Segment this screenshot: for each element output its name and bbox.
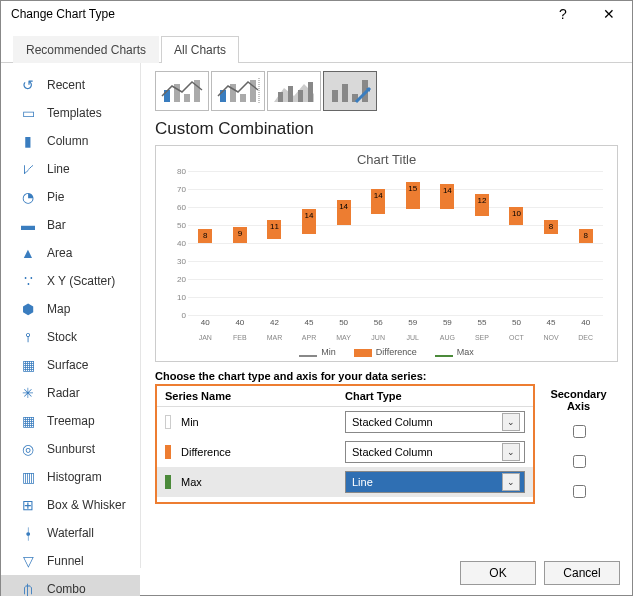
sidebar-item-bar[interactable]: ▬Bar bbox=[1, 211, 140, 239]
chart-title: Chart Title bbox=[164, 152, 609, 167]
chart-preview: Chart Title 01020304050607080840JAN940FE… bbox=[155, 145, 618, 362]
sidebar-item-label: Sunburst bbox=[47, 442, 95, 456]
sidebar-item-funnel[interactable]: ▽Funnel bbox=[1, 547, 140, 575]
sidebar-item-recent[interactable]: ↺Recent bbox=[1, 71, 140, 99]
legend-min: Min bbox=[321, 347, 336, 357]
combo-subtype-custom[interactable] bbox=[323, 71, 377, 111]
chart-type-icon: ⊞ bbox=[19, 496, 37, 514]
sidebar-item-treemap[interactable]: ▦Treemap bbox=[1, 407, 140, 435]
sidebar-item-label: Surface bbox=[47, 358, 88, 372]
sidebar-item-label: Funnel bbox=[47, 554, 84, 568]
svg-rect-15 bbox=[342, 84, 348, 102]
series-config-box: Series Name Chart Type MinStacked Column… bbox=[155, 384, 535, 504]
sidebar-item-waterfall[interactable]: ⍿Waterfall bbox=[1, 519, 140, 547]
sidebar-item-label: Stock bbox=[47, 330, 77, 344]
tab-recommended[interactable]: Recommended Charts bbox=[13, 36, 159, 63]
sidebar-item-sunburst[interactable]: ◎Sunburst bbox=[1, 435, 140, 463]
chart-type-icon: ▥ bbox=[19, 468, 37, 486]
sidebar-item-label: Bar bbox=[47, 218, 66, 232]
svg-rect-6 bbox=[240, 94, 246, 102]
sidebar-item-label: Box & Whisker bbox=[47, 498, 126, 512]
change-chart-type-dialog: Change Chart Type ? ✕ Recommended Charts… bbox=[0, 0, 633, 596]
sidebar-item-label: Area bbox=[47, 246, 72, 260]
chart-type-dropdown[interactable]: Stacked Column⌄ bbox=[345, 411, 525, 433]
chart-type-sidebar: ↺Recent▭Templates▮Column⩗Line◔Pie▬Bar▲Ar… bbox=[1, 63, 141, 568]
sidebar-item-label: Combo bbox=[47, 582, 86, 596]
sidebar-item-label: Histogram bbox=[47, 470, 102, 484]
secondary-axis-checkbox[interactable] bbox=[573, 455, 586, 468]
sidebar-item-label: Treemap bbox=[47, 414, 95, 428]
chart-type-icon: ⩗ bbox=[19, 160, 37, 178]
sidebar-item-label: X Y (Scatter) bbox=[47, 274, 115, 288]
sidebar-item-histogram[interactable]: ▥Histogram bbox=[1, 463, 140, 491]
sidebar-item-x-y-scatter-[interactable]: ∵X Y (Scatter) bbox=[1, 267, 140, 295]
sidebar-item-label: Waterfall bbox=[47, 526, 94, 540]
chart-legend: Min Difference Max bbox=[164, 347, 609, 357]
svg-rect-14 bbox=[332, 90, 338, 102]
help-button[interactable]: ? bbox=[540, 1, 586, 27]
chart-type-icon: ⫛ bbox=[19, 580, 37, 596]
series-row-difference[interactable]: DifferenceStacked Column⌄ bbox=[157, 437, 533, 467]
sidebar-item-stock[interactable]: ⫯Stock bbox=[1, 323, 140, 351]
series-swatch bbox=[165, 415, 171, 429]
legend-max: Max bbox=[457, 347, 474, 357]
window-title: Change Chart Type bbox=[11, 7, 540, 21]
series-instructions: Choose the chart type and axis for your … bbox=[155, 370, 618, 382]
sidebar-item-pie[interactable]: ◔Pie bbox=[1, 183, 140, 211]
chart-type-dropdown[interactable]: Stacked Column⌄ bbox=[345, 441, 525, 463]
sidebar-item-label: Templates bbox=[47, 106, 102, 120]
secondary-axis-checkbox[interactable] bbox=[573, 425, 586, 438]
chevron-down-icon: ⌄ bbox=[502, 443, 520, 461]
combo-subtype-3[interactable] bbox=[267, 71, 321, 111]
chart-type-icon: ∵ bbox=[19, 272, 37, 290]
sidebar-item-combo[interactable]: ⫛Combo bbox=[1, 575, 140, 596]
sidebar-item-line[interactable]: ⩗Line bbox=[1, 155, 140, 183]
chart-type-icon: ⍿ bbox=[19, 524, 37, 542]
sidebar-item-label: Recent bbox=[47, 78, 85, 92]
tabstrip: Recommended Charts All Charts bbox=[1, 27, 632, 63]
col-chart-type: Chart Type bbox=[345, 390, 525, 402]
chart-type-icon: ▲ bbox=[19, 244, 37, 262]
chart-type-icon: ⫯ bbox=[19, 328, 37, 346]
sidebar-item-surface[interactable]: ▦Surface bbox=[1, 351, 140, 379]
svg-rect-1 bbox=[174, 84, 180, 102]
ok-button[interactable]: OK bbox=[460, 561, 536, 585]
close-button[interactable]: ✕ bbox=[586, 1, 632, 27]
sidebar-item-area[interactable]: ▲Area bbox=[1, 239, 140, 267]
sidebar-item-label: Column bbox=[47, 134, 88, 148]
chart-type-icon: ⬢ bbox=[19, 300, 37, 318]
combo-heading: Custom Combination bbox=[155, 119, 618, 139]
series-row-max[interactable]: MaxLine⌄ bbox=[157, 467, 533, 497]
combo-subtype-1[interactable] bbox=[155, 71, 209, 111]
svg-rect-11 bbox=[288, 86, 293, 102]
sidebar-item-column[interactable]: ▮Column bbox=[1, 127, 140, 155]
series-swatch bbox=[165, 475, 171, 489]
sidebar-item-templates[interactable]: ▭Templates bbox=[1, 99, 140, 127]
cancel-button[interactable]: Cancel bbox=[544, 561, 620, 585]
dialog-footer: OK Cancel bbox=[460, 561, 620, 585]
main-panel: Custom Combination Chart Title 010203040… bbox=[141, 63, 632, 568]
chart-type-icon: ✳ bbox=[19, 384, 37, 402]
col-series-name: Series Name bbox=[165, 390, 335, 402]
combo-subtype-2[interactable] bbox=[211, 71, 265, 111]
chart-type-icon: ▽ bbox=[19, 552, 37, 570]
chart-type-icon: ▦ bbox=[19, 412, 37, 430]
col-secondary-axis: Secondary Axis bbox=[539, 384, 618, 416]
sidebar-item-map[interactable]: ⬢Map bbox=[1, 295, 140, 323]
series-swatch bbox=[165, 445, 171, 459]
chart-type-icon: ▭ bbox=[19, 104, 37, 122]
chart-type-dropdown[interactable]: Line⌄ bbox=[345, 471, 525, 493]
tab-all-charts[interactable]: All Charts bbox=[161, 36, 239, 63]
chart-type-icon: ▬ bbox=[19, 216, 37, 234]
svg-rect-5 bbox=[230, 84, 236, 102]
chart-type-icon: ↺ bbox=[19, 76, 37, 94]
sidebar-item-label: Map bbox=[47, 302, 70, 316]
sidebar-item-label: Pie bbox=[47, 190, 64, 204]
sidebar-item-radar[interactable]: ✳Radar bbox=[1, 379, 140, 407]
svg-rect-2 bbox=[184, 94, 190, 102]
series-row-min[interactable]: MinStacked Column⌄ bbox=[157, 407, 533, 437]
chart-type-icon: ▦ bbox=[19, 356, 37, 374]
chart-type-icon: ◎ bbox=[19, 440, 37, 458]
secondary-axis-checkbox[interactable] bbox=[573, 485, 586, 498]
sidebar-item-box-whisker[interactable]: ⊞Box & Whisker bbox=[1, 491, 140, 519]
